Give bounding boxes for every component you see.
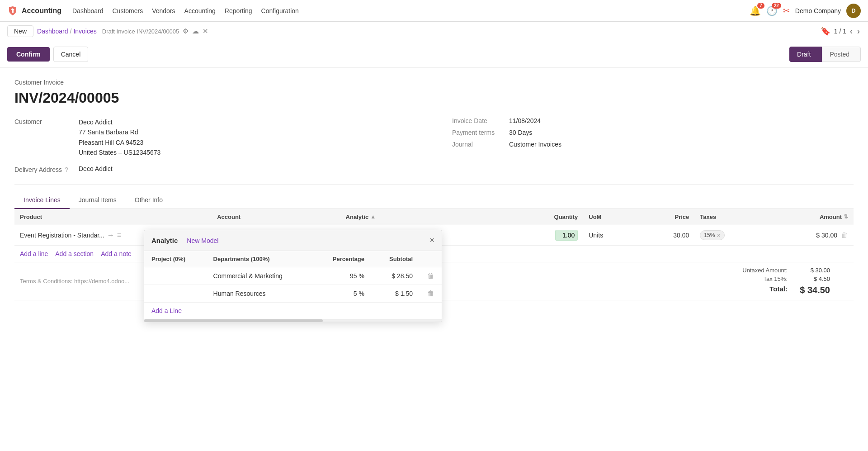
nav-links: Dashboard Customers Vendors Accounting R… (72, 5, 299, 16)
popup-add-line-link[interactable]: Add a Line (151, 307, 182, 311)
popup-row2-sub: $ 1.50 (372, 285, 420, 303)
reorder-icon[interactable]: ≡ (117, 231, 121, 239)
breadcrumb-current-label: Draft Invoice INV/2024/00005 (102, 28, 179, 35)
quantity-input[interactable] (555, 230, 578, 241)
popup-row1-delete-icon[interactable]: 🗑 (427, 272, 434, 280)
app-title: Accounting (22, 7, 61, 15)
status-draft[interactable]: Draft (789, 47, 822, 62)
tax-total-value: $ 4.50 (798, 275, 830, 282)
popup-new-model-link[interactable]: New Model (187, 237, 218, 244)
new-button[interactable]: New (7, 25, 33, 37)
settings-icon[interactable]: ⚙ (183, 27, 189, 35)
app-logo[interactable]: Accounting (7, 5, 61, 16)
customer-label: Customer (14, 117, 73, 125)
col-header-product: Product (14, 209, 212, 225)
product-name[interactable]: Event Registration - Standar... (20, 232, 104, 239)
col-header-amount: Amount ⇅ (774, 209, 854, 225)
user-avatar[interactable]: D (846, 4, 861, 18)
analytic-sort-icon[interactable]: ▲ (370, 214, 376, 220)
popup-col-project: Project (0%) (144, 251, 206, 267)
tab-invoice-lines[interactable]: Invoice Lines (14, 192, 70, 209)
delivery-field-row: Delivery Address ? Deco Addict (14, 165, 434, 173)
tax-total-label: Tax 15%: (764, 275, 788, 282)
customer-addr1: 77 Santa Barbara Rd (79, 127, 160, 137)
popup-row2-delete-cell: 🗑 (420, 285, 442, 303)
popup-header: Analytic New Model × (144, 230, 442, 251)
amount-value: $ 30.00 (816, 232, 837, 239)
row-delete-icon[interactable]: 🗑 (841, 231, 848, 239)
scissors-icon: ✂ (783, 6, 790, 16)
untaxed-row: Untaxed Amount: $ 30.00 (644, 267, 830, 274)
activity-clock[interactable]: 🕐 22 (766, 5, 778, 16)
nav-reporting[interactable]: Reporting (225, 5, 252, 16)
doc-number: INV/2024/00005 (14, 90, 854, 106)
form-grid: Customer Deco Addict 77 Santa Barbara Rd… (14, 117, 854, 173)
bookmark-icon[interactable]: 🔖 (821, 26, 830, 36)
amount-cell: $ 30.00 🗑 (774, 225, 854, 245)
app-logo-icon (7, 5, 18, 16)
nav-configuration[interactable]: Configuration (261, 5, 299, 16)
popup-row2-delete-icon[interactable]: 🗑 (427, 290, 434, 297)
untaxed-label: Untaxed Amount: (742, 267, 788, 274)
form-left: Customer Deco Addict 77 Santa Barbara Rd… (14, 117, 434, 173)
confirm-button[interactable]: Confirm (7, 47, 50, 62)
total-value: $ 34.50 (798, 285, 830, 295)
company-name: Demo Company (795, 7, 841, 14)
customer-name: Deco Addict (79, 117, 160, 127)
uom-value[interactable]: Units (589, 232, 603, 239)
tab-journal-items[interactable]: Journal Items (70, 192, 126, 209)
notification-count: 7 (757, 3, 764, 9)
nav-dashboard[interactable]: Dashboard (72, 5, 104, 16)
payment-terms-value: 30 Days (509, 129, 532, 136)
quantity-cell (520, 225, 584, 245)
add-line-link[interactable]: Add a line (20, 250, 48, 257)
analytic-popup: Analytic New Model × Project (0%) Depart… (144, 230, 442, 311)
discard-icon[interactable]: ✕ (203, 27, 208, 35)
divider (14, 184, 854, 185)
status-pipeline: Draft Posted (789, 47, 861, 62)
popup-table: Project (0%) Departments (100%) Percenta… (144, 251, 442, 303)
payment-terms-label: Payment terms (452, 129, 502, 136)
popup-close-button[interactable]: × (429, 236, 434, 245)
popup-row1-dept[interactable]: Commercial & Marketing (206, 267, 313, 285)
add-note-link[interactable]: Add a note (101, 250, 132, 257)
popup-col-percentage: Percentage (313, 251, 372, 267)
cancel-button[interactable]: Cancel (53, 47, 89, 62)
nav-accounting[interactable]: Accounting (184, 5, 216, 16)
prev-page-button[interactable]: ‹ (849, 27, 854, 36)
amount-settings-icon[interactable]: ⇅ (844, 214, 848, 220)
col-header-taxes: Taxes (694, 209, 774, 225)
status-posted[interactable]: Posted (822, 47, 861, 62)
col-header-uom: UoM (583, 209, 639, 225)
breadcrumb-links: Dashboard / Invoices (37, 28, 97, 35)
nav-customers[interactable]: Customers (113, 5, 143, 16)
form-right: Invoice Date 11/08/2024 Payment terms 30… (434, 117, 854, 173)
nav-vendors[interactable]: Vendors (152, 5, 175, 16)
tab-other-info[interactable]: Other Info (126, 192, 172, 209)
tax-remove-icon[interactable]: × (717, 232, 720, 239)
popup-row2-dept[interactable]: Human Resources (206, 285, 313, 303)
invoice-date-label: Invoice Date (452, 117, 502, 124)
price-cell: 30.00 (639, 225, 694, 245)
customer-value: Deco Addict 77 Santa Barbara Rd Pleasant… (79, 117, 160, 158)
tabs: Invoice Lines Journal Items Other Info (14, 192, 854, 209)
activity-count: 22 (772, 3, 781, 9)
totals-cell: Untaxed Amount: $ 30.00 Tax 15%: $ 4.50 … (639, 262, 854, 300)
journal-value: Customer Invoices (509, 141, 561, 148)
journal-label: Journal (452, 141, 502, 148)
customer-field-row: Customer Deco Addict 77 Santa Barbara Rd… (14, 117, 434, 158)
price-value[interactable]: 30.00 (673, 232, 689, 239)
delivery-label: Delivery Address ? (14, 165, 73, 173)
top-nav-right: 🔔 7 🕐 22 ✂ Demo Company D (750, 4, 861, 18)
notification-bell[interactable]: 🔔 7 (750, 5, 761, 16)
customer-addr2: Pleasant Hill CA 94523 (79, 138, 160, 147)
popup-col-actions (420, 251, 442, 267)
taxes-cell: 15% × (694, 225, 774, 245)
next-page-button[interactable]: › (856, 27, 861, 36)
breadcrumb-dashboard[interactable]: Dashboard (37, 28, 68, 35)
breadcrumb-invoices[interactable]: Invoices (73, 28, 96, 35)
add-section-link[interactable]: Add a section (55, 250, 94, 257)
col-header-price: Price (639, 209, 694, 225)
cloud-icon[interactable]: ☁ (192, 27, 199, 35)
col-header-analytic: Analytic ▲ (340, 209, 520, 225)
